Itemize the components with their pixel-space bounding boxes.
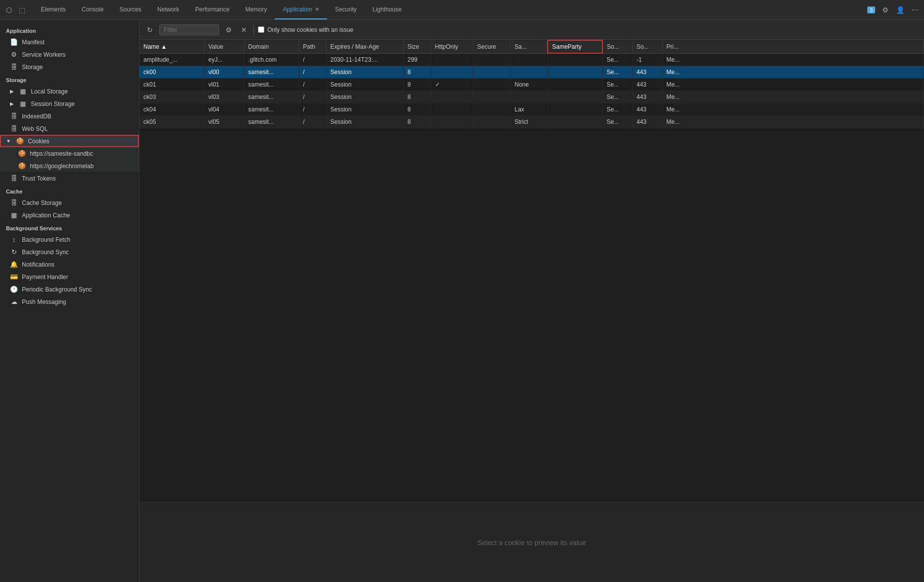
sidebar-item-storage[interactable]: 🗄 Storage: [0, 61, 139, 73]
cell-path: /: [299, 103, 326, 115]
cell-value: vl00: [204, 66, 244, 78]
cell-path: /: [299, 78, 326, 91]
cell-value: vl03: [204, 91, 244, 103]
cell-path: /: [299, 66, 326, 78]
col-header-source1[interactable]: So...: [602, 40, 632, 53]
session-storage-icon: ▦: [19, 100, 27, 107]
refresh-button[interactable]: ↻: [144, 24, 155, 35]
cell-priority: Me...: [662, 78, 924, 91]
cell-source2: 443: [632, 66, 662, 78]
cell-priority: Me...: [662, 103, 924, 115]
section-cache: Cache: [0, 185, 139, 196]
cell-sameparty: [548, 91, 602, 103]
sidebar-item-application-cache[interactable]: ▦ Application Cache: [0, 209, 139, 221]
app-cache-icon: ▦: [10, 211, 18, 219]
tab-elements[interactable]: Elements: [33, 0, 74, 19]
tab-security[interactable]: Security: [327, 0, 364, 19]
cell-expires: Session: [326, 115, 403, 128]
sidebar-item-payment-handler[interactable]: 💳 Payment Handler: [0, 271, 139, 283]
tab-list: Elements Console Sources Network Perform…: [33, 0, 867, 19]
issue-filter-checkbox-label[interactable]: Only show cookies with an issue: [258, 26, 353, 33]
sidebar-item-indexeddb[interactable]: 🗄 IndexedDB: [0, 110, 139, 122]
notifications-label: Notifications: [22, 261, 54, 268]
cell-httponly: [431, 91, 473, 103]
manifest-icon: 📄: [10, 38, 18, 46]
col-header-domain[interactable]: Domain: [244, 40, 299, 53]
table-row[interactable]: amplitude_... eyJ... .glitch.com / 2030-…: [139, 53, 924, 66]
sidebar-item-notifications[interactable]: 🔔 Notifications: [0, 258, 139, 271]
col-header-priority[interactable]: Pri...: [662, 40, 924, 53]
col-header-secure[interactable]: Secure: [473, 40, 510, 53]
sidebar-item-session-storage[interactable]: ▶ ▦ Session Storage: [0, 97, 139, 110]
col-header-httponly[interactable]: HttpOnly: [431, 40, 473, 53]
cell-domain: .glitch.com: [244, 53, 299, 66]
person-icon[interactable]: 👤: [895, 5, 905, 15]
filter-input[interactable]: [159, 24, 219, 35]
notification-badge: 3: [867, 6, 875, 13]
cell-expires: Session: [326, 91, 403, 103]
cell-source2: 443: [632, 91, 662, 103]
tab-performance[interactable]: Performance: [187, 0, 237, 19]
tab-memory[interactable]: Memory: [237, 0, 275, 19]
bg-fetch-icon: ↕: [10, 236, 18, 243]
more-icon[interactable]: ⋯: [910, 5, 920, 15]
gear-icon[interactable]: ⚙: [880, 5, 890, 15]
cursor-icon[interactable]: ⬡: [4, 5, 14, 15]
col-header-sameparty[interactable]: SameParty: [548, 40, 602, 53]
push-messaging-label: Push Messaging: [22, 298, 66, 305]
cell-domain: samesit...: [244, 103, 299, 115]
tab-lighthouse[interactable]: Lighthouse: [364, 0, 410, 19]
filter-settings-icon[interactable]: ⚙: [223, 24, 234, 35]
col-header-path[interactable]: Path: [299, 40, 326, 53]
cache-storage-icon: 🗄: [10, 199, 18, 206]
cell-httponly: ✓: [431, 78, 473, 91]
cell-priority: Me...: [662, 66, 924, 78]
table-row[interactable]: ck00 vl00 samesit... / Session 8 Se... 4…: [139, 66, 924, 78]
cell-source1: Se...: [602, 53, 632, 66]
sidebar-item-manifest[interactable]: 📄 Manifest: [0, 36, 139, 48]
cell-domain: samesit...: [244, 91, 299, 103]
sidebar-item-service-workers[interactable]: ⚙ Service Workers: [0, 48, 139, 61]
sidebar-item-cookie-google[interactable]: 🍪 https://googlechromelab: [0, 160, 139, 172]
table-row[interactable]: ck05 vl05 samesit... / Session 8 Strict …: [139, 115, 924, 128]
service-workers-label: Service Workers: [22, 51, 66, 58]
bg-sync-label: Background Sync: [22, 249, 69, 256]
col-header-name[interactable]: Name ▲: [139, 40, 204, 53]
section-application: Application: [0, 24, 139, 36]
sidebar-item-cookies[interactable]: ▼ 🍪 Cookies: [0, 135, 139, 147]
tab-network[interactable]: Network: [149, 0, 187, 19]
table-row[interactable]: ck01 vl01 samesit... / Session 8 ✓ None …: [139, 78, 924, 91]
cell-name: ck03: [139, 91, 204, 103]
sidebar-item-web-sql[interactable]: 🗄 Web SQL: [0, 122, 139, 135]
sidebar-item-periodic-sync[interactable]: 🕐 Periodic Background Sync: [0, 283, 139, 295]
sidebar-item-trust-tokens[interactable]: 🗄 Trust Tokens: [0, 172, 139, 185]
sidebar-item-cache-storage[interactable]: 🗄 Cache Storage: [0, 196, 139, 209]
col-header-value[interactable]: Value: [204, 40, 244, 53]
sidebar-item-bg-sync[interactable]: ↻ Background Sync: [0, 246, 139, 258]
tab-console[interactable]: Console: [74, 0, 112, 19]
tab-bar-right: 3 ⚙ 👤 ⋯: [867, 5, 920, 15]
sidebar-item-local-storage[interactable]: ▶ ▦ Local Storage: [0, 85, 139, 97]
table-row[interactable]: ck03 vl03 samesit... / Session 8 Se... 4…: [139, 91, 924, 103]
device-icon[interactable]: ⬚: [17, 5, 27, 15]
col-header-expires[interactable]: Expires / Max-Age: [326, 40, 403, 53]
table-row[interactable]: ck04 vl04 samesit... / Session 8 Lax Se.…: [139, 103, 924, 115]
sidebar-item-cookie-samesite[interactable]: 🍪 https://samesite-sandbc: [0, 147, 139, 160]
sidebar-item-bg-fetch[interactable]: ↕ Background Fetch: [0, 233, 139, 246]
col-header-size[interactable]: Size: [403, 40, 431, 53]
cell-expires: Session: [326, 78, 403, 91]
cell-value: eyJ...: [204, 53, 244, 66]
close-icon[interactable]: ✕: [315, 6, 319, 12]
session-storage-label: Session Storage: [31, 100, 75, 107]
cell-size: 299: [403, 53, 431, 66]
clear-filter-button[interactable]: ✕: [238, 24, 249, 35]
cell-samesite: [510, 53, 548, 66]
cell-name: amplitude_...: [139, 53, 204, 66]
tab-application[interactable]: Application ✕: [275, 0, 327, 19]
issue-filter-checkbox[interactable]: [258, 26, 264, 33]
col-header-source2[interactable]: So...: [632, 40, 662, 53]
sidebar-item-push-messaging[interactable]: ☁ Push Messaging: [0, 295, 139, 308]
col-header-samesite[interactable]: Sa...: [510, 40, 548, 53]
cell-value: vl01: [204, 78, 244, 91]
tab-sources[interactable]: Sources: [112, 0, 149, 19]
